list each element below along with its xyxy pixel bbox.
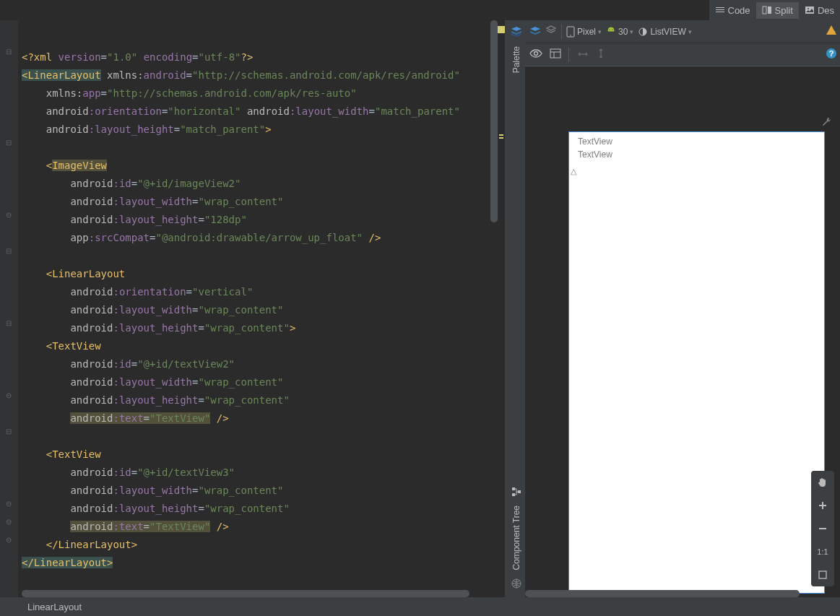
preview-imageview-arrow: △ bbox=[571, 167, 824, 176]
view-mode-tabs: Code Split Des bbox=[709, 0, 841, 20]
theme-name: ListVIEW bbox=[650, 27, 685, 37]
breadcrumb[interactable]: LinearLayout bbox=[27, 602, 82, 612]
editor-hscroll[interactable] bbox=[22, 590, 490, 597]
code-icon bbox=[715, 5, 725, 15]
svg-point-9 bbox=[570, 35, 571, 36]
editor-vscroll-thumb[interactable] bbox=[490, 20, 498, 222]
zoom-panel: 1:1 bbox=[811, 471, 834, 586]
zoom-fit-button[interactable] bbox=[811, 563, 834, 586]
code-line: <?xml bbox=[22, 51, 52, 63]
preview-textview-2: TextView bbox=[569, 148, 824, 161]
zoom-1to1-button[interactable]: 1:1 bbox=[811, 540, 834, 563]
code-editor[interactable]: <?xml version="1.0" encoding="utf-8"?> <… bbox=[0, 20, 505, 597]
component-tree-panel-button[interactable]: Component Tree bbox=[511, 500, 521, 576]
palette-panel-button[interactable]: Palette bbox=[511, 40, 521, 79]
layout-details-icon[interactable] bbox=[550, 48, 561, 61]
svg-rect-5 bbox=[512, 493, 515, 496]
svg-point-11 bbox=[612, 29, 612, 30]
svg-point-3 bbox=[807, 8, 809, 9]
preview-textview-1: TextView bbox=[569, 132, 824, 148]
eye-icon[interactable] bbox=[529, 48, 542, 61]
editor-hscroll-thumb[interactable] bbox=[22, 590, 469, 597]
design-inner: Pixel ▾ 30 ▾ ListVIEW ▾ » bbox=[525, 20, 840, 597]
fold-mark[interactable]: ⊟ bbox=[6, 139, 12, 147]
svg-rect-17 bbox=[819, 571, 826, 578]
android-icon bbox=[606, 27, 616, 37]
fold-mark[interactable]: ⊖ bbox=[6, 500, 12, 508]
warning-mark[interactable] bbox=[499, 134, 503, 136]
svg-rect-6 bbox=[518, 490, 521, 493]
device-preview[interactable]: TextView TextView △ bbox=[568, 131, 825, 594]
zoom-in-button[interactable] bbox=[811, 494, 834, 517]
toolbar-separator bbox=[568, 48, 569, 62]
design-surface-icon[interactable] bbox=[529, 26, 541, 38]
tab-split[interactable]: Split bbox=[756, 2, 799, 19]
blueprint-icon[interactable] bbox=[545, 25, 557, 39]
svg-point-10 bbox=[609, 29, 610, 30]
layers-icon[interactable] bbox=[511, 26, 522, 40]
design-hscroll-thumb[interactable] bbox=[525, 590, 800, 597]
inspection-box[interactable] bbox=[498, 26, 505, 33]
phone-icon bbox=[566, 26, 575, 38]
design-hscroll[interactable] bbox=[525, 590, 818, 597]
main-area: ⊟ ⊟ ⊖ ⊟ ⊟ ⊖ ⊟ ⊖ ⊖ ⊖ <?xml version="1.0" … bbox=[0, 20, 840, 597]
chevron-down-icon: ▾ bbox=[630, 28, 633, 35]
svg-point-13 bbox=[534, 51, 538, 55]
device-selector[interactable]: Pixel ▾ bbox=[566, 26, 602, 38]
svg-rect-14 bbox=[550, 49, 560, 58]
svg-rect-0 bbox=[763, 6, 766, 14]
code-line: <LinearLayout bbox=[22, 69, 101, 81]
error-stripe[interactable] bbox=[498, 20, 505, 597]
pan-hand-button[interactable] bbox=[811, 471, 834, 494]
left-side-rail: Palette Component Tree bbox=[508, 20, 525, 597]
zoom-out-button[interactable] bbox=[811, 517, 834, 540]
tab-split-label: Split bbox=[775, 5, 793, 16]
fold-mark[interactable]: ⊟ bbox=[6, 319, 12, 327]
fold-mark[interactable]: ⊟ bbox=[6, 48, 12, 56]
fold-mark[interactable]: ⊖ bbox=[6, 211, 12, 219]
design-toolbar-second: ? bbox=[525, 43, 840, 66]
pan-vertical-icon[interactable] bbox=[597, 47, 605, 63]
svg-text:?: ? bbox=[829, 49, 834, 58]
chevron-down-icon: ▾ bbox=[598, 28, 602, 35]
theme-selector[interactable]: ListVIEW ▾ bbox=[638, 27, 691, 37]
fold-mark[interactable]: ⊟ bbox=[6, 428, 12, 435]
design-toolbar-top: Pixel ▾ 30 ▾ ListVIEW ▾ » bbox=[525, 20, 840, 43]
globe-icon[interactable] bbox=[511, 578, 521, 591]
editor-vscroll[interactable] bbox=[490, 20, 498, 597]
fold-mark[interactable]: ⊖ bbox=[6, 518, 12, 526]
svg-rect-1 bbox=[768, 6, 771, 14]
fold-mark[interactable]: ⊖ bbox=[6, 391, 12, 399]
fold-mark[interactable]: ⊟ bbox=[6, 247, 12, 255]
device-name: Pixel bbox=[577, 27, 596, 37]
pan-horizontal-icon[interactable] bbox=[576, 48, 589, 61]
split-icon bbox=[762, 5, 772, 15]
design-icon bbox=[805, 5, 815, 15]
api-selector[interactable]: 30 ▾ bbox=[606, 27, 633, 37]
code-editor-pane: ⊟ ⊟ ⊖ ⊟ ⊟ ⊖ ⊟ ⊖ ⊖ ⊖ <?xml version="1.0" … bbox=[0, 20, 505, 597]
api-level: 30 bbox=[618, 27, 628, 37]
svg-rect-4 bbox=[512, 487, 515, 490]
design-canvas[interactable]: TextView TextView △ 1:1 bbox=[525, 66, 840, 597]
tab-design[interactable]: Des bbox=[799, 2, 840, 19]
warning-icon[interactable] bbox=[826, 25, 837, 39]
tab-code[interactable]: Code bbox=[709, 2, 756, 19]
fold-mark[interactable]: ⊖ bbox=[6, 536, 12, 544]
status-bar: LinearLayout bbox=[0, 597, 840, 616]
theme-icon bbox=[638, 27, 648, 37]
editor-gutter[interactable]: ⊟ ⊟ ⊖ ⊟ ⊟ ⊖ ⊟ ⊖ ⊖ ⊖ bbox=[0, 20, 18, 597]
toolbar-separator bbox=[561, 25, 562, 39]
tab-design-label: Des bbox=[818, 5, 834, 16]
wrench-icon[interactable] bbox=[821, 117, 831, 130]
design-pane: Palette Component Tree Pixe bbox=[508, 20, 840, 597]
chevron-down-icon: ▾ bbox=[688, 28, 692, 35]
tab-code-label: Code bbox=[728, 5, 750, 16]
help-icon[interactable]: ? bbox=[826, 48, 837, 62]
component-tree-icon[interactable] bbox=[511, 487, 521, 500]
warning-mark[interactable] bbox=[499, 137, 503, 139]
